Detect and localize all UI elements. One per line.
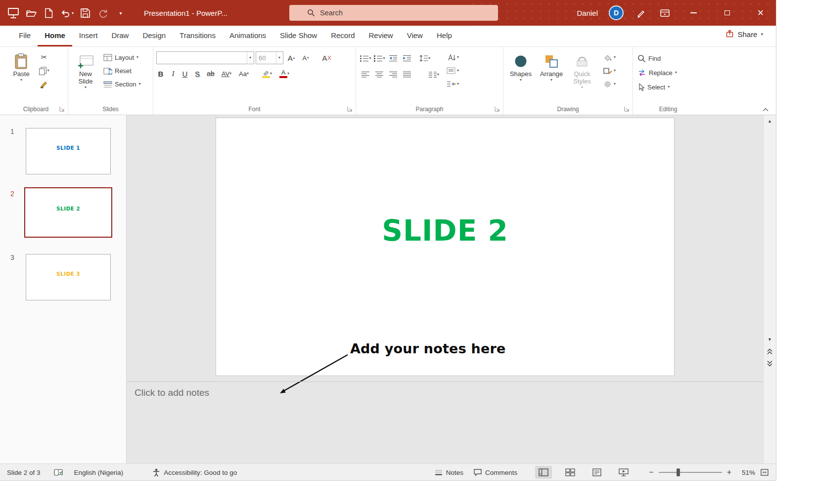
clear-formatting-button[interactable]: A — [320, 52, 333, 64]
format-painter-button[interactable] — [38, 78, 50, 90]
font-name-combobox[interactable]: ▾ — [156, 51, 254, 64]
maximize-button[interactable] — [716, 0, 738, 26]
tab-insert[interactable]: Insert — [72, 26, 105, 46]
convert-to-smartart-button[interactable]: ▾ — [445, 78, 460, 90]
zoom-slider[interactable] — [659, 472, 722, 473]
align-center-button[interactable] — [373, 69, 386, 81]
comments-button[interactable]: Comments — [473, 468, 517, 476]
zoom-out-button[interactable]: − — [649, 468, 653, 477]
shapes-button[interactable]: Shapes ▾ — [506, 49, 535, 104]
tab-draw[interactable]: Draw — [104, 26, 136, 46]
fit-to-window-button[interactable] — [760, 468, 769, 476]
reset-button[interactable]: Reset — [102, 65, 142, 77]
tab-transitions[interactable]: Transitions — [173, 26, 223, 46]
tab-design[interactable]: Design — [136, 26, 173, 46]
ribbon-display-options-icon[interactable] — [658, 5, 671, 20]
redo-button[interactable] — [96, 5, 109, 20]
accessibility-status[interactable]: Accessibility: Good to go — [152, 468, 237, 477]
arrange-button[interactable]: Arrange ▾ — [537, 49, 566, 104]
slide-show-button[interactable] — [615, 466, 632, 479]
search-input[interactable]: Search — [289, 5, 498, 21]
tab-home[interactable]: Home — [38, 26, 72, 46]
quick-styles-button[interactable]: Quick Styles ▾ — [568, 49, 596, 104]
zoom-in-button[interactable]: + — [727, 468, 731, 477]
minimize-button[interactable] — [682, 0, 705, 26]
paragraph-dialog-launcher[interactable] — [495, 106, 501, 113]
columns-button[interactable]: ▾ — [427, 69, 440, 81]
italic-button[interactable]: I — [170, 68, 177, 80]
previous-slide-button[interactable] — [767, 348, 773, 355]
notes-toggle-button[interactable]: Notes — [434, 469, 463, 476]
notes-pane[interactable]: Click to add notes — [135, 387, 209, 398]
justify-button[interactable] — [401, 69, 413, 81]
shape-effects-button[interactable]: ▾ — [601, 78, 617, 90]
align-right-button[interactable] — [387, 69, 400, 81]
cut-button[interactable]: ✂ — [38, 51, 50, 63]
tab-help[interactable]: Help — [430, 26, 459, 46]
thumbnail-slide-2[interactable]: SLIDE 2 — [24, 187, 112, 238]
reading-view-button[interactable] — [588, 466, 605, 479]
section-button[interactable]: Section ▾ — [102, 78, 142, 90]
replace-button[interactable]: Replace ▾ — [636, 67, 700, 79]
new-slide-button[interactable]: New Slide ▾ — [71, 49, 100, 104]
thumbnail-slide-1[interactable]: SLIDE 1 — [26, 128, 111, 174]
undo-button[interactable]: ▾ — [60, 5, 74, 20]
thumbnail-slide-3[interactable]: SLIDE 3 — [26, 254, 111, 300]
chevron-down-icon[interactable]: ▾ — [72, 11, 74, 15]
customize-qat-chevron-icon[interactable]: ▾ — [114, 5, 127, 20]
spell-check-icon[interactable] — [53, 468, 63, 476]
align-text-button[interactable]: ▾ — [445, 65, 460, 77]
text-highlight-color-button[interactable]: ▾ — [261, 68, 273, 80]
new-file-icon[interactable] — [43, 5, 55, 20]
close-button[interactable]: × — [749, 0, 772, 26]
open-file-icon[interactable] — [25, 5, 38, 20]
normal-view-button[interactable] — [535, 466, 552, 479]
bullets-button[interactable]: ▾ — [359, 52, 372, 64]
slide-title-text[interactable]: SLIDE 2 — [216, 214, 674, 248]
avatar[interactable]: D — [609, 5, 624, 20]
zoom-percentage[interactable]: 51% — [736, 469, 755, 476]
notes-divider[interactable] — [127, 381, 763, 382]
slide-canvas[interactable]: SLIDE 2 — [216, 118, 675, 376]
numbering-button[interactable]: ▾ — [373, 52, 386, 64]
tab-slide-show[interactable]: Slide Show — [273, 26, 324, 46]
powerpoint-app-icon[interactable] — [7, 5, 20, 20]
select-button[interactable]: Select ▾ — [636, 81, 700, 93]
shape-outline-button[interactable]: ▾ — [601, 65, 617, 77]
shape-fill-button[interactable]: ▾ — [601, 51, 617, 63]
clipboard-dialog-launcher[interactable] — [59, 106, 66, 113]
scroll-down-icon[interactable]: ▼ — [764, 337, 776, 342]
increase-indent-button[interactable] — [401, 52, 413, 64]
drawing-dialog-launcher[interactable] — [624, 106, 631, 113]
character-spacing-button[interactable]: AV ▾ — [220, 68, 233, 80]
share-button[interactable]: Share ▾ — [725, 29, 763, 39]
tab-record[interactable]: Record — [324, 26, 362, 46]
language-indicator[interactable]: English (Nigeria) — [74, 469, 124, 476]
tab-view[interactable]: View — [400, 26, 430, 46]
user-name[interactable]: Daniel — [577, 9, 598, 17]
paste-button[interactable]: Paste ▾ — [7, 49, 36, 104]
find-button[interactable]: Find — [636, 52, 700, 64]
layout-button[interactable]: Layout ▾ — [102, 51, 142, 63]
vertical-scrollbar[interactable]: ▲ ▼ — [763, 115, 776, 463]
font-size-combobox[interactable]: 60 ▾ — [256, 51, 283, 64]
bold-button[interactable]: B — [156, 68, 165, 80]
scroll-up-icon[interactable]: ▲ — [764, 119, 776, 124]
pen-icon[interactable] — [634, 5, 647, 20]
zoom-slider-thumb[interactable] — [677, 468, 680, 476]
text-direction-button[interactable]: ▾ — [445, 51, 460, 63]
text-shadow-button[interactable]: S — [193, 68, 201, 80]
align-left-button[interactable] — [359, 69, 372, 81]
font-color-button[interactable]: A ▾ — [278, 68, 291, 80]
underline-button[interactable]: U — [181, 68, 189, 80]
tab-animations[interactable]: Animations — [223, 26, 273, 46]
copy-button[interactable]: ▾ — [38, 65, 50, 77]
line-spacing-button[interactable]: ▾ — [418, 52, 431, 64]
change-case-button[interactable]: Aa ▾ — [237, 68, 250, 80]
tab-review[interactable]: Review — [362, 26, 400, 46]
tab-file[interactable]: File — [12, 26, 38, 46]
strikethrough-button[interactable]: ab — [206, 68, 216, 80]
decrease-font-size-button[interactable]: A▾ — [299, 52, 312, 64]
slide-sorter-view-button[interactable] — [562, 466, 579, 479]
collapse-ribbon-button[interactable] — [762, 107, 769, 112]
